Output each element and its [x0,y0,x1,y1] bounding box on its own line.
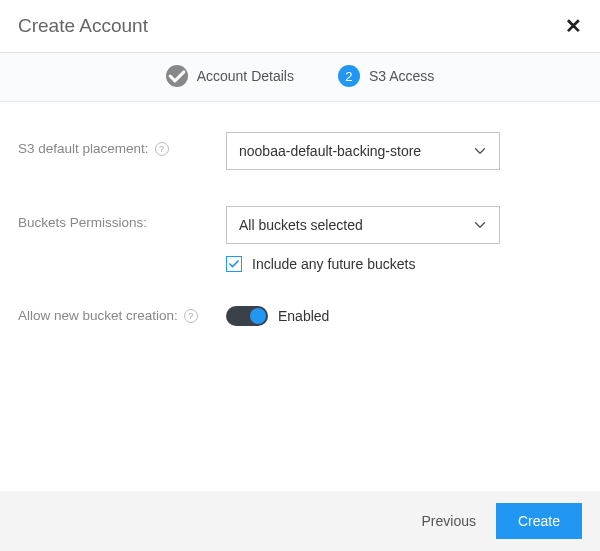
wizard-steps: Account Details 2 S3 Access [0,53,600,102]
create-button[interactable]: Create [496,503,582,539]
dropdown-value: noobaa-default-backing-store [239,143,421,159]
future-buckets-row: Include any future buckets [226,256,582,272]
chevron-down-icon [473,218,487,232]
label-text: Allow new bucket creation: [18,308,178,323]
help-icon[interactable]: ? [184,309,198,323]
previous-button[interactable]: Previous [422,513,476,529]
row-allow-new-bucket: Allow new bucket creation: ? Enabled [18,306,582,326]
step-number-icon: 2 [338,65,360,87]
form-content: S3 default placement: ? noobaa-default-b… [0,102,600,326]
label-text: S3 default placement: [18,141,149,156]
toggle-state-label: Enabled [278,308,329,324]
check-icon [166,65,188,87]
step-label: S3 Access [369,68,434,84]
toggle-knob [250,308,266,324]
label-text: Buckets Permissions: [18,215,147,230]
step-account-details[interactable]: Account Details [166,65,294,87]
chevron-down-icon [473,144,487,158]
allow-new-bucket-toggle[interactable] [226,306,268,326]
buckets-dropdown[interactable]: All buckets selected [226,206,500,244]
row-default-placement: S3 default placement: ? noobaa-default-b… [18,132,582,170]
future-buckets-label: Include any future buckets [252,256,415,272]
field-label: Allow new bucket creation: ? [18,306,226,323]
field-label: Buckets Permissions: [18,206,226,230]
future-buckets-checkbox[interactable] [226,256,242,272]
dialog-header: Create Account ✕ [0,0,600,53]
step-s3-access[interactable]: 2 S3 Access [338,65,434,87]
close-icon[interactable]: ✕ [565,14,582,38]
row-buckets-permissions: Buckets Permissions: All buckets selecte… [18,206,582,272]
dropdown-value: All buckets selected [239,217,363,233]
dialog-footer: Previous Create [0,491,600,551]
field-label: S3 default placement: ? [18,132,226,156]
placement-dropdown[interactable]: noobaa-default-backing-store [226,132,500,170]
dialog-title: Create Account [18,15,148,37]
help-icon[interactable]: ? [155,142,169,156]
step-label: Account Details [197,68,294,84]
